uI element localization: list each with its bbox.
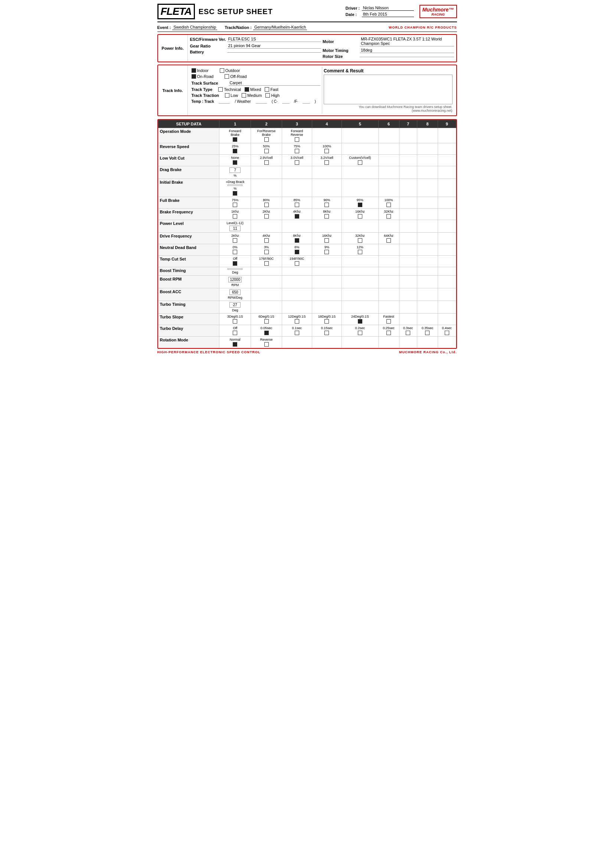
table-row: Turbo Timing27Deg <box>158 301 456 313</box>
checkbox-2-2[interactable] <box>295 160 299 165</box>
checkbox-15-2[interactable] <box>295 319 299 324</box>
checkbox-16-6[interactable] <box>406 331 410 335</box>
checkbox-16-5[interactable] <box>386 331 391 335</box>
checkbox-1-0[interactable] <box>233 149 237 153</box>
cell-option-3-0: 7% <box>220 167 250 177</box>
checkbox-2-4[interactable] <box>358 160 362 165</box>
cell-7-7 <box>417 220 438 232</box>
checkbox-9-3[interactable] <box>324 250 329 254</box>
checkbox-5-3[interactable] <box>324 203 329 207</box>
checkbox-6-4[interactable] <box>358 214 362 219</box>
medium-checkbox[interactable] <box>242 93 246 98</box>
checkbox-16-3[interactable] <box>324 331 329 335</box>
val-input-11-0[interactable] <box>228 268 242 270</box>
checkbox-5-2[interactable] <box>295 203 299 207</box>
checkbox-16-4[interactable] <box>358 331 362 335</box>
col-4-header: 4 <box>312 120 342 128</box>
checkbox-4-0[interactable] <box>233 191 237 195</box>
cell-9-1: 3% <box>251 244 282 256</box>
low-checkbox[interactable] <box>225 93 229 98</box>
technical-checkbox[interactable] <box>218 87 223 91</box>
date-value: 8th Feb 2015 <box>362 11 414 17</box>
checkbox-15-3[interactable] <box>324 319 329 324</box>
row-label-6: Brake Frequency <box>158 209 219 220</box>
checkbox-1-3[interactable] <box>324 149 329 153</box>
cell-16-5: 0.25sec <box>378 325 399 336</box>
checkbox-16-7[interactable] <box>425 331 429 335</box>
checkbox-1-2[interactable] <box>295 149 299 153</box>
checkbox-5-4[interactable] <box>358 203 362 207</box>
cell-10-2: 194F/90C <box>282 256 312 267</box>
checkbox-0-2[interactable] <box>295 137 299 142</box>
indoor-checkbox[interactable] <box>192 68 196 73</box>
checkbox-15-1[interactable] <box>264 319 269 324</box>
row-label-11: Boost Timing <box>158 267 219 276</box>
checkbox-5-0[interactable] <box>233 203 237 207</box>
temp-label: Temp : Track <box>192 99 214 104</box>
cell-4-4 <box>342 179 378 197</box>
checkbox-8-1[interactable] <box>264 238 269 243</box>
checkbox-17-0[interactable] <box>233 342 237 347</box>
checkbox-1-1[interactable] <box>264 149 269 153</box>
outdoor-checkbox[interactable] <box>220 68 224 73</box>
checkbox-6-5[interactable] <box>386 214 391 219</box>
checkbox-15-0[interactable] <box>233 319 237 324</box>
onroad-checkbox[interactable] <box>192 74 196 79</box>
cell-option-2-2: 3.0V/cell <box>283 156 311 165</box>
opt-label-2-2: 3.0V/cell <box>290 156 303 160</box>
checkbox-9-0[interactable] <box>233 250 237 254</box>
checkbox-0-1[interactable] <box>264 137 269 142</box>
checkbox-10-2[interactable] <box>295 261 299 266</box>
cell-3-4 <box>342 166 378 179</box>
fast-checkbox[interactable] <box>265 87 269 91</box>
checkbox-16-8[interactable] <box>445 331 449 335</box>
checkbox-15-5[interactable] <box>386 319 391 324</box>
checkbox-17-1[interactable] <box>264 342 269 347</box>
esc-label: ESC/Firmware Ver. <box>190 37 227 42</box>
comment-box[interactable] <box>324 74 453 104</box>
checkbox-0-0[interactable] <box>233 137 237 142</box>
opt-label-16-1: 0.05sec <box>260 326 273 330</box>
table-row: Full Brake75%80%85%90%95%100% <box>158 197 456 209</box>
cell-16-2: 0.1sec <box>282 325 312 336</box>
checkbox-15-4[interactable] <box>358 319 362 324</box>
checkbox-8-2[interactable] <box>295 238 299 243</box>
val-input-14-0[interactable]: 27 <box>229 302 240 308</box>
cell-14-3 <box>312 301 342 313</box>
checkbox-5-1[interactable] <box>264 203 269 207</box>
val-input-4-0[interactable] <box>228 184 242 186</box>
checkbox-16-1[interactable] <box>264 331 269 335</box>
high-checkbox[interactable] <box>265 93 270 98</box>
checkbox-2-1[interactable] <box>264 160 269 165</box>
checkbox-9-2[interactable] <box>295 250 299 254</box>
checkbox-8-5[interactable] <box>386 238 391 243</box>
cell-15-0: 3Deg/0.1S <box>219 313 251 325</box>
checkbox-6-2[interactable] <box>295 214 299 219</box>
cell-9-6 <box>399 244 417 256</box>
checkbox-6-3[interactable] <box>324 214 329 219</box>
val-input-12-0[interactable]: 12000 <box>228 277 242 282</box>
checkbox-2-0[interactable] <box>233 160 237 165</box>
checkbox-8-3[interactable] <box>324 238 329 243</box>
val-input-7-0[interactable]: 11 <box>229 226 240 231</box>
checkbox-2-3[interactable] <box>324 160 329 165</box>
checkbox-8-4[interactable] <box>358 238 362 243</box>
checkbox-16-0[interactable] <box>233 331 237 335</box>
checkbox-5-5[interactable] <box>386 203 391 207</box>
checkbox-9-1[interactable] <box>264 250 269 254</box>
val-input-13-0[interactable]: 650 <box>229 290 240 295</box>
checkbox-10-1[interactable] <box>264 261 269 266</box>
mixed-checkbox[interactable] <box>245 87 249 91</box>
suffix-4-0: % <box>234 187 236 191</box>
checkbox-6-1[interactable] <box>264 214 269 219</box>
checkbox-16-2[interactable] <box>295 331 299 335</box>
cell-option-0-1: For/Reverse Brake <box>252 129 281 142</box>
checkbox-10-0[interactable] <box>233 261 237 266</box>
checkbox-6-0[interactable] <box>233 214 237 219</box>
opt-label-6-2: 4Khz <box>293 210 301 213</box>
val-input-3-0[interactable]: 7 <box>229 167 240 173</box>
offroad-checkbox[interactable] <box>225 74 229 79</box>
checkbox-8-0[interactable] <box>233 238 237 243</box>
cell-1-2: 75% <box>282 143 312 155</box>
checkbox-9-4[interactable] <box>358 250 362 254</box>
